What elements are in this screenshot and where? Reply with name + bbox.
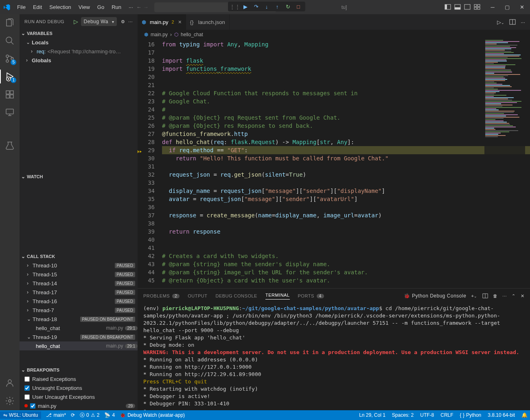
breakpoint-category[interactable]: User Uncaught Exceptions	[20, 392, 138, 401]
breakpoint-category[interactable]: Raised Exceptions	[20, 374, 138, 383]
breakpoint-file[interactable]: main.py 29	[20, 401, 138, 410]
breakpoints-section-header[interactable]: ⌄BREAKPOINTS	[20, 365, 138, 374]
drag-handle-icon[interactable]: ⋮⋮	[231, 3, 239, 10]
maximize-panel-icon[interactable]: ⌃	[512, 293, 516, 299]
variables-section-header[interactable]: ⌄VARIABLES	[20, 29, 138, 38]
remote-explorer-icon[interactable]	[4, 107, 15, 118]
thread-row[interactable]: ⌄Thread-18PAUSED ON BREAKPOINT	[20, 315, 138, 324]
toggle-panel-icon[interactable]	[454, 4, 462, 11]
start-debug-icon[interactable]: ▷	[74, 18, 79, 25]
continue-icon[interactable]: ▶	[242, 3, 249, 10]
settings-gear-icon[interactable]	[4, 396, 15, 406]
menu-go[interactable]: Go	[94, 2, 107, 12]
terminal[interactable]: (env) pierrick@LAPTOP-HKU5PNNG:~/git/goo…	[138, 303, 530, 410]
minimize-icon[interactable]: ─	[488, 2, 497, 12]
thread-row[interactable]: ›Thread-14PAUSED	[20, 279, 138, 288]
menu-file[interactable]: File	[14, 2, 29, 12]
panel-tab-debug-console[interactable]: DEBUG CONSOLE	[215, 293, 257, 298]
debug-status[interactable]: 🐞Debug Watch (avatar-app)	[120, 412, 185, 418]
step-into-icon[interactable]: ↓	[263, 3, 270, 10]
git-branch[interactable]: ⎇main*	[46, 412, 66, 418]
thread-row[interactable]: ›Thread-17PAUSED	[20, 288, 138, 297]
breakpoint-checkbox[interactable]	[24, 394, 30, 400]
launch-config-select[interactable]: Debug Wa	[81, 17, 117, 26]
thread-row[interactable]: ›Thread-16PAUSED	[20, 297, 138, 306]
nav-forward-icon[interactable]: →	[143, 4, 149, 10]
encoding[interactable]: UTF-8	[420, 412, 434, 418]
breakpoint-category[interactable]: Uncaught Exceptions	[20, 383, 138, 392]
breakpoint-checkbox[interactable]	[24, 385, 30, 391]
minimap[interactable]	[484, 39, 525, 202]
source-control-icon[interactable]: 5	[4, 53, 15, 64]
new-terminal-icon[interactable]: +⌄	[471, 293, 477, 298]
breakpoint-checkbox[interactable]	[24, 376, 30, 382]
run-debug-icon[interactable]: 1	[4, 71, 15, 82]
breadcrumb-segment[interactable]: main.py	[151, 32, 168, 37]
python-interpreter[interactable]: 3.8.10 64-bit	[488, 412, 515, 418]
git-sync[interactable]: ⟳	[71, 412, 75, 418]
testing-icon[interactable]	[4, 140, 15, 151]
explorer-icon[interactable]	[4, 18, 15, 28]
split-editor-icon[interactable]	[509, 19, 516, 25]
watch-section-header[interactable]: ⌄WATCH	[20, 172, 138, 181]
svg-point-20	[8, 380, 11, 383]
menu-view[interactable]: View	[75, 2, 93, 12]
panel-more-icon[interactable]: ···	[502, 293, 507, 298]
panel-tab-problems[interactable]: PROBLEMS2	[143, 293, 180, 298]
menu-run[interactable]: Run	[108, 2, 125, 12]
maximize-icon[interactable]: ▢	[502, 2, 512, 12]
step-over-icon[interactable]: ↷	[252, 3, 260, 10]
toggle-secondary-sidebar-icon[interactable]	[464, 4, 471, 11]
menu-selection[interactable]: Selection	[46, 2, 74, 12]
toggle-primary-sidebar-icon[interactable]	[445, 4, 452, 11]
close-tab-icon[interactable]: ×	[178, 19, 182, 25]
callstack-section-header[interactable]: ⌄CALL STACK	[20, 252, 138, 261]
thread-row[interactable]: ›Thread-15PAUSED	[20, 270, 138, 279]
accounts-icon[interactable]	[4, 378, 15, 388]
remote-indicator[interactable]: ⇋WSL: Ubuntu	[0, 411, 41, 419]
thread-row[interactable]: ⌄Thread-19PAUSED ON BREAKPOINT	[20, 332, 138, 341]
notifications-icon[interactable]: 🔔	[521, 412, 528, 418]
tab-launch-json[interactable]: {}launch.json	[186, 14, 230, 30]
menu-···[interactable]: ···	[125, 2, 136, 12]
menu-edit[interactable]: Edit	[30, 2, 45, 12]
sidebar-header: RUN AND DEBUG ▷ Debug Wa ⚙ ···	[20, 14, 138, 29]
thread-row[interactable]: ›Thread-7PAUSED	[20, 306, 138, 315]
panel-tab-terminal[interactable]: TERMINAL	[265, 293, 290, 300]
restart-icon[interactable]: ↻	[284, 3, 291, 10]
eol[interactable]: CRLF	[440, 412, 453, 418]
search-icon[interactable]	[4, 35, 15, 46]
breakpoint-file-checkbox[interactable]	[30, 403, 35, 409]
tab-main-py[interactable]: ⬢main.py2×	[138, 14, 186, 30]
stack-frame[interactable]: hello_chatmain.py29:1	[20, 324, 138, 332]
customize-layout-icon[interactable]	[474, 4, 481, 11]
indentation[interactable]: Spaces: 2	[392, 412, 414, 418]
variable-req[interactable]: ›req:<Request 'http://charming-tro…	[20, 47, 138, 56]
stop-icon[interactable]: □	[295, 3, 302, 10]
stack-frame[interactable]: hello_chatmain.py29:1	[20, 341, 138, 350]
extensions-icon[interactable]	[4, 89, 15, 100]
kill-terminal-icon[interactable]: 🗑	[493, 293, 498, 298]
cursor-position[interactable]: Ln 29, Col 1	[359, 412, 385, 418]
ports-status[interactable]: 📡4	[104, 412, 115, 418]
more-editor-actions-icon[interactable]: ···	[521, 19, 525, 25]
close-window-icon[interactable]: ✕	[517, 2, 527, 12]
thread-row[interactable]: ›Thread-10PAUSED	[20, 261, 138, 270]
breadcrumb-segment[interactable]: hello_chat	[181, 32, 203, 37]
nav-back-icon[interactable]: ←	[136, 4, 142, 10]
breadcrumbs[interactable]: ⬢ main.py › ⬡ hello_chat	[138, 30, 530, 39]
panel-tab-ports[interactable]: PORTS4	[298, 293, 324, 298]
close-panel-icon[interactable]: ✕	[521, 293, 525, 299]
locals-scope[interactable]: ⌄Locals	[20, 38, 138, 47]
run-editor-icon[interactable]: ▷⌄	[497, 19, 504, 25]
globals-scope[interactable]: ›Globals	[20, 56, 138, 65]
language-mode[interactable]: { } Python	[460, 412, 482, 418]
debug-settings-gear-icon[interactable]: ⚙	[121, 19, 125, 24]
panel-tab-output[interactable]: OUTPUT	[188, 293, 207, 298]
more-actions-icon[interactable]: ···	[128, 19, 133, 24]
code-editor[interactable]: 16171819202122232425262728◆▸293031323334…	[138, 39, 530, 288]
split-terminal-icon[interactable]	[482, 293, 488, 299]
terminal-profile[interactable]: 🐞 Python Debug Console	[404, 293, 466, 299]
step-out-icon[interactable]: ↑	[274, 3, 281, 10]
problems-status[interactable]: ⓧ0 ⚠2	[80, 412, 99, 419]
